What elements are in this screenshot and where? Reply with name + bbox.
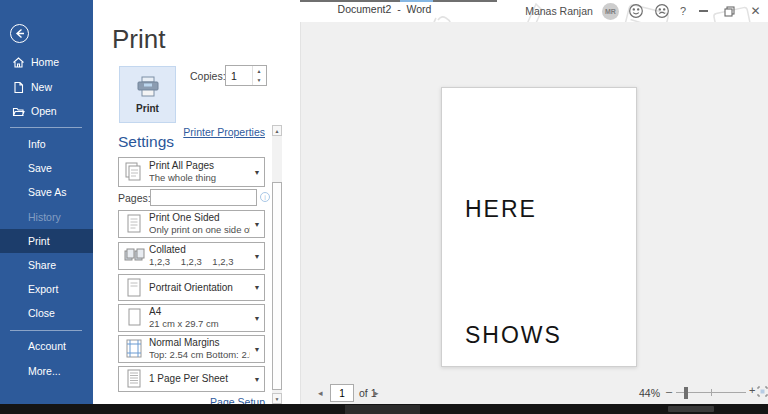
feedback-frown-icon[interactable] <box>654 3 671 20</box>
dropdown-orientation[interactable]: Portrait Orientation ▼ <box>118 274 265 301</box>
pages-input[interactable] <box>150 189 257 206</box>
back-button[interactable] <box>10 24 29 43</box>
chevron-down-icon: ▼ <box>250 253 264 260</box>
print-one-sided-icon <box>119 213 149 235</box>
document-title: Document2 - Word <box>302 3 467 15</box>
portrait-orientation-icon <box>119 277 149 299</box>
chevron-down-icon: ▼ <box>250 315 264 322</box>
copies-spinner: ▲ ▼ <box>225 65 267 86</box>
taskbar <box>0 404 768 414</box>
dropdown-text: Normal Margins Top: 2.54 cm Bottom: 2.54… <box>149 337 250 361</box>
margins-icon <box>119 338 149 360</box>
sidebar-item-new[interactable]: New <box>0 75 93 99</box>
titlebar-right-cluster: Manas Ranjan MR ? ✕ <box>525 0 764 22</box>
settings-scrollbar[interactable]: ▲ ▼ <box>272 125 282 404</box>
preview-page: HERE SHOWS THE PRINT PREVIEW <box>441 87 637 367</box>
sidebar-item-share[interactable]: Share <box>0 253 93 277</box>
dropdown-title: Portrait Orientation <box>149 282 250 294</box>
sidebar-item-label: Save <box>28 162 52 174</box>
close-button[interactable]: ✕ <box>747 3 764 20</box>
dropdown-margins[interactable]: Normal Margins Top: 2.54 cm Bottom: 2.54… <box>118 335 265 363</box>
printer-properties-link[interactable]: Printer Properties <box>183 126 265 138</box>
copies-spin-arrows: ▲ ▼ <box>252 66 265 85</box>
zoom-to-page-icon[interactable] <box>757 386 768 397</box>
sidebar-item-export[interactable]: Export <box>0 277 93 301</box>
dropdown-text: A4 21 cm x 29.7 cm <box>149 306 250 330</box>
word-backstage-print-view: Document2 - Word Manas Ranjan MR ? ✕ <box>0 0 768 414</box>
help-icon[interactable]: ? <box>680 5 686 17</box>
a4-paper-icon <box>119 307 149 329</box>
current-page-input[interactable] <box>330 384 354 402</box>
open-folder-icon <box>12 105 25 118</box>
taskbar-clock-area <box>668 406 714 412</box>
dropdown-title: Print One Sided <box>149 212 250 224</box>
print-button[interactable]: Print <box>119 66 176 123</box>
sidebar-item-label: Account <box>28 340 66 352</box>
sidebar-divider <box>10 127 82 128</box>
copies-increment-button[interactable]: ▲ <box>253 66 265 76</box>
collated-icon <box>119 246 149 266</box>
sidebar-item-label: Print <box>28 235 50 247</box>
copies-decrement-button[interactable]: ▼ <box>253 76 265 86</box>
sidebar-item-label: New <box>31 81 52 93</box>
zoom-in-button[interactable]: + <box>749 384 755 396</box>
minimize-button[interactable] <box>695 3 712 20</box>
sidebar-item-close[interactable]: Close <box>0 301 93 325</box>
restore-button[interactable] <box>721 3 738 20</box>
dropdown-subtitle: Top: 2.54 cm Bottom: 2.54 c... <box>149 349 250 361</box>
zoom-percent-label[interactable]: 44% <box>630 387 660 399</box>
sidebar-item-info[interactable]: Info <box>0 132 93 156</box>
sidebar-item-home[interactable]: Home <box>0 50 93 74</box>
dropdown-print-all-pages[interactable]: Print All Pages The whole thing ▼ <box>118 157 265 187</box>
sidebar-item-save-as[interactable]: Save As <box>0 180 93 204</box>
chevron-down-icon: ▼ <box>250 169 264 176</box>
dropdown-text: Portrait Orientation <box>149 282 250 294</box>
scrollbar-down-button[interactable]: ▼ <box>272 393 282 404</box>
home-icon <box>12 56 25 69</box>
sidebar-item-more[interactable]: More... <box>0 359 93 383</box>
user-avatar[interactable]: MR <box>602 3 619 20</box>
pages-info-icon[interactable]: i <box>260 192 270 202</box>
sidebar-divider <box>10 330 82 331</box>
chevron-down-icon: ▼ <box>250 346 264 353</box>
next-page-button[interactable]: ▸ <box>374 388 379 398</box>
dropdown-title: 1 Page Per Sheet <box>149 373 250 385</box>
sidebar-item-save[interactable]: Save <box>0 156 93 180</box>
dropdown-pages-per-sheet[interactable]: 1 Page Per Sheet ▼ <box>118 366 265 392</box>
dropdown-title: Print All Pages <box>149 160 250 172</box>
scrollbar-thumb[interactable] <box>272 182 282 390</box>
dropdown-title: A4 <box>149 306 250 318</box>
printer-icon <box>135 76 161 98</box>
user-name[interactable]: Manas Ranjan <box>525 5 593 17</box>
previous-page-button[interactable]: ◂ <box>318 388 323 398</box>
zoom-slider-thumb[interactable] <box>684 387 688 399</box>
zoom-out-button[interactable]: – <box>666 385 672 397</box>
dropdown-title: Collated <box>149 244 250 256</box>
sidebar-item-label: Info <box>28 138 46 150</box>
chevron-down-icon: ▼ <box>250 284 264 291</box>
sidebar-item-account[interactable]: Account <box>0 334 93 358</box>
dropdown-subtitle: The whole thing <box>149 172 250 184</box>
new-document-icon <box>12 81 25 94</box>
pages-label: Pages: <box>118 192 151 204</box>
sidebar-item-history: History <box>0 205 93 229</box>
feedback-smile-icon[interactable] <box>628 3 645 20</box>
dropdown-collated[interactable]: Collated 1,2,3 1,2,3 1,2,3 ▼ <box>118 242 265 270</box>
scrollbar-up-button[interactable]: ▲ <box>272 125 282 136</box>
dropdown-subtitle: 21 cm x 29.7 cm <box>149 318 250 330</box>
print-button-label: Print <box>136 103 159 114</box>
dropdown-subtitle: 1,2,3 1,2,3 1,2,3 <box>149 256 250 268</box>
window-top-edge <box>300 0 497 2</box>
sidebar-item-open[interactable]: Open <box>0 99 93 123</box>
dropdown-text: 1 Page Per Sheet <box>149 373 250 385</box>
dropdown-paper-size[interactable]: A4 21 cm x 29.7 cm ▼ <box>118 304 265 332</box>
print-preview-area: HERE SHOWS THE PRINT PREVIEW <box>300 22 768 404</box>
dropdown-text: Print All Pages The whole thing <box>149 160 250 184</box>
preview-page-text: HERE SHOWS THE PRINT PREVIEW <box>465 104 613 414</box>
sidebar-item-print[interactable]: Print <box>0 229 93 253</box>
zoom-slider-center-tick <box>711 389 712 396</box>
dropdown-print-one-sided[interactable]: Print One Sided Only print on one side o… <box>118 210 265 238</box>
chevron-down-icon: ▼ <box>250 376 264 383</box>
copies-input[interactable] <box>226 66 252 85</box>
pages-per-sheet-icon <box>119 368 149 390</box>
